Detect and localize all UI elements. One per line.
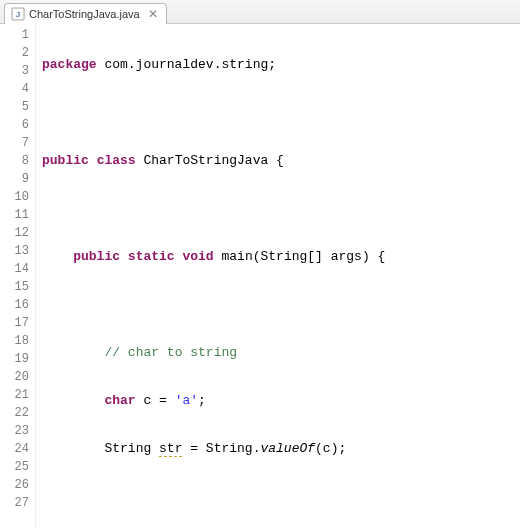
line-number: 4 (0, 80, 35, 98)
tab-bar: J CharToStringJava.java ✕ (0, 0, 520, 24)
line-number: 1 (0, 26, 35, 44)
code-editor[interactable]: package com.journaldev.string; public cl… (36, 24, 520, 528)
line-number: 3 (0, 62, 35, 80)
line-number: 23 (0, 422, 35, 440)
code-line[interactable]: public class CharToStringJava { (42, 152, 520, 170)
line-number: 2 (0, 44, 35, 62)
code-line[interactable] (42, 104, 520, 122)
svg-text:J: J (16, 10, 20, 19)
close-icon[interactable]: ✕ (148, 7, 158, 21)
code-line[interactable] (42, 296, 520, 314)
line-number: 20 (0, 368, 35, 386)
code-line[interactable] (42, 488, 520, 506)
warning-squiggle: str (159, 441, 182, 457)
code-line[interactable]: String str = String.valueOf(c); (42, 440, 520, 458)
line-number: 13 (0, 242, 35, 260)
line-number: 27 (0, 494, 35, 512)
line-number: 10 (0, 188, 35, 206)
code-area: 1 2 3 4 5 6 7 8 9 10 11 12 13 14 15 16 1… (0, 24, 520, 528)
code-line[interactable] (42, 200, 520, 218)
line-number: 8 (0, 152, 35, 170)
line-number: 14 (0, 260, 35, 278)
line-number: 24 (0, 440, 35, 458)
line-number: 12 (0, 224, 35, 242)
line-number: 9 (0, 170, 35, 188)
code-line[interactable]: char c = 'a'; (42, 392, 520, 410)
line-number: 22 (0, 404, 35, 422)
java-file-icon: J (11, 7, 25, 21)
code-line[interactable]: public static void main(String[] args) { (42, 248, 520, 266)
line-number: 17 (0, 314, 35, 332)
line-number: 11 (0, 206, 35, 224)
line-number: 15 (0, 278, 35, 296)
line-number: 19 (0, 350, 35, 368)
file-tab[interactable]: J CharToStringJava.java ✕ (4, 3, 167, 24)
code-line[interactable]: package com.journaldev.string; (42, 56, 520, 74)
line-number: 25 (0, 458, 35, 476)
gutter: 1 2 3 4 5 6 7 8 9 10 11 12 13 14 15 16 1… (0, 24, 36, 528)
line-number: 21 (0, 386, 35, 404)
line-number: 5 (0, 98, 35, 116)
line-number: 26 (0, 476, 35, 494)
line-number: 16 (0, 296, 35, 314)
tab-filename: CharToStringJava.java (29, 8, 140, 20)
editor-container: J CharToStringJava.java ✕ 1 2 3 4 5 6 7 … (0, 0, 520, 528)
line-number: 7 (0, 134, 35, 152)
line-number: 6 (0, 116, 35, 134)
line-number: 18 (0, 332, 35, 350)
code-line[interactable]: // char to string (42, 344, 520, 362)
